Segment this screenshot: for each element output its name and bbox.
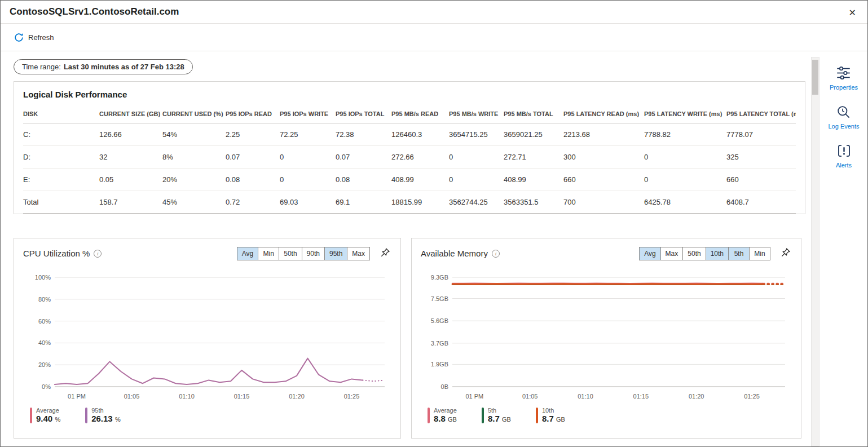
table-cell: 408.99 [391,169,449,191]
svg-text:01 PM: 01 PM [465,393,483,400]
refresh-icon [14,33,24,42]
chart-legend: Average8.8 GB5th8.7 GB10th8.7 GB [421,407,792,423]
aggregation-button-min[interactable]: Min [258,247,279,260]
aggregation-toggle-group: AvgMin50th90th95thMax [237,247,370,260]
column-header: P95 IOPs TOTAL [336,106,391,123]
legend-unit: % [55,416,60,423]
aggregation-button-avg[interactable]: Avg [639,247,660,260]
refresh-button[interactable]: Refresh [11,32,58,43]
main-region: Time range: Last 30 minutes as of 27 Feb… [1,51,867,446]
aggregation-button-50th[interactable]: 50th [682,247,706,260]
column-header: P95 LATENCY TOTAL (ms) [726,106,796,123]
table-cell: 0 [449,169,504,191]
column-header: P95 MB/s TOTAL [504,106,563,123]
cpu-chart-plot: 0%20%40%60%80%100%01 PM01:0501:1001:1501… [23,269,393,404]
table-cell: 7778.07 [726,123,796,146]
column-header: CURRENT USED (%) [162,106,226,123]
aggregation-button-90th[interactable]: 90th [302,247,325,260]
close-button[interactable]: ✕ [844,5,861,20]
refresh-label: Refresh [28,33,54,42]
cpu-utilization-card: CPU Utilization % i AvgMin50th90th95thMa… [14,238,401,439]
table-cell: 300 [563,146,644,169]
table-cell: 7788.82 [644,123,726,146]
aggregation-button-max[interactable]: Max [660,247,684,260]
sliders-icon [836,65,851,82]
table-cell: 69.1 [336,191,391,214]
legend-value: 9.40 % [36,414,60,423]
rail-item-log-events[interactable]: Log Events [825,104,862,130]
svg-text:7.5GB: 7.5GB [431,295,448,302]
svg-text:01:15: 01:15 [234,393,250,400]
legend-value: 8.7 GB [488,414,511,423]
table-cell: 2213.68 [563,123,644,146]
table-cell: E: [23,169,99,191]
pin-icon[interactable] [379,246,391,260]
table-cell: 0 [280,169,336,191]
rail-item-alerts[interactable]: Alerts [832,143,855,169]
table-cell: 0.05 [99,169,162,191]
memory-chart-plot: 0B1.9GB3.7GB5.6GB7.5GB9.3GB01 PM01:0501:… [421,269,793,404]
table-cell: 18815.99 [391,191,449,214]
rail-item-properties[interactable]: Properties [826,65,861,91]
svg-text:60%: 60% [38,318,51,325]
table-row: C:126.6654%2.2572.2572.38126460.33654715… [23,123,796,146]
rail-item-label: Alerts [836,162,852,169]
table-cell: 660 [563,169,644,191]
table-cell: 2.25 [226,123,280,146]
legend-unit: GB [556,416,565,423]
table-cell: 0 [644,169,726,191]
legend-color-bar [85,408,87,423]
svg-text:01:10: 01:10 [179,393,195,400]
table-cell: 20% [162,169,226,191]
app-window: ContosoSQLSrv1.ContosoRetail.com ✕ Refre… [0,0,868,447]
aggregation-button-50th[interactable]: 50th [279,247,302,260]
legend-color-bar [428,408,430,423]
scrollbar-thumb[interactable] [812,60,818,95]
table-cell: 72.25 [280,123,336,146]
info-icon[interactable]: i [492,250,500,258]
time-range-value: Last 30 minutes as of 27 Feb 13:28 [64,63,184,71]
aggregation-button-95th[interactable]: 95th [324,247,347,260]
legend-item-average: Average9.40 % [30,407,60,423]
legend-label: Average [36,407,60,414]
rail-item-label: Log Events [828,123,859,130]
pin-icon[interactable] [779,246,792,260]
table-cell: 0.08 [336,169,391,191]
table-cell: 54% [162,123,226,146]
table-cell: 0.07 [336,146,391,169]
svg-text:100%: 100% [35,274,51,281]
info-icon[interactable]: i [94,250,102,258]
legend-value: 26.13 % [91,414,121,423]
table-header-row: DISKCURRENT SIZE (GB)CURRENT USED (%)P95… [23,106,796,123]
aggregation-toggle-group: AvgMax50th10th5thMin [639,247,770,260]
available-memory-card: Available Memory i AvgMax50th10th5thMin … [411,238,801,439]
aggregation-button-max[interactable]: Max [347,247,370,260]
table-cell: 3654715.25 [449,123,504,146]
table-cell: 0.08 [226,169,280,191]
svg-text:5.6GB: 5.6GB [431,317,448,324]
aggregation-button-10th[interactable]: 10th [706,247,729,260]
table-cell: 8% [162,146,226,169]
aggregation-button-avg[interactable]: Avg [237,247,258,260]
legend-label: 10th [542,407,565,414]
chart-title: CPU Utilization % [23,249,90,258]
time-range-pill[interactable]: Time range: Last 30 minutes as of 27 Feb… [14,59,193,74]
legend-unit: GB [448,416,457,423]
table-cell: 45% [162,191,226,214]
window-title: ContosoSQLSrv1.ContosoRetail.com [10,6,179,17]
vertical-scrollbar[interactable] [811,57,819,446]
table-cell: 3563351.5 [504,191,563,214]
legend-item-average: Average8.8 GB [428,407,457,423]
aggregation-button-5th[interactable]: 5th [728,247,750,260]
aggregation-button-min[interactable]: Min [749,247,770,260]
legend-item-95th: 95th26.13 % [85,407,121,423]
table-row: Total158.745%0.7269.0369.118815.99356274… [23,191,796,214]
svg-text:01:15: 01:15 [633,393,649,400]
table-cell: D: [23,146,99,169]
svg-text:40%: 40% [38,339,51,346]
rail-item-label: Properties [830,84,858,91]
legend-color-bar [536,408,538,423]
svg-text:01:10: 01:10 [578,393,593,400]
table-cell: 3562744.25 [449,191,504,214]
legend-label: 5th [488,407,511,414]
